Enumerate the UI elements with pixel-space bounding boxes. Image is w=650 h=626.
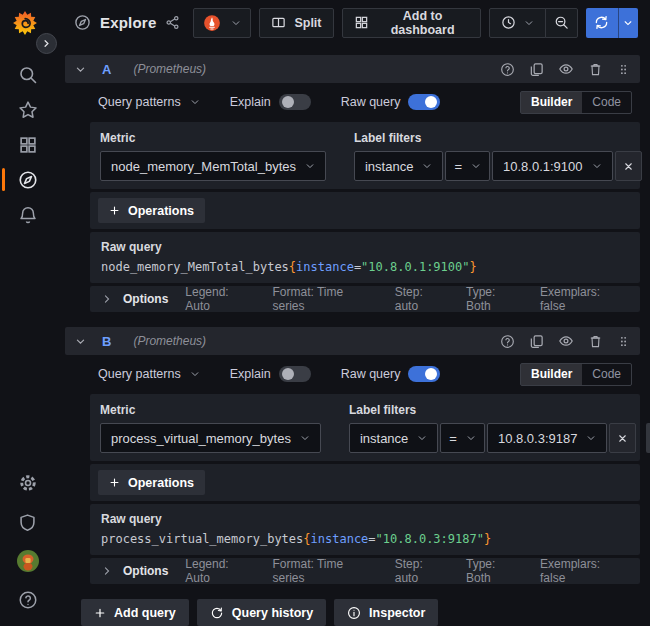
query-header[interactable]: B (Prometheus) (65, 327, 640, 355)
nav-sidebar (0, 45, 55, 626)
sidebar-bottom-group (17, 473, 39, 610)
chevron-down-icon (466, 433, 476, 443)
help-circle-icon[interactable] (500, 334, 515, 349)
inspector-button[interactable]: Inspector (334, 599, 438, 626)
query-datasource: (Prometheus) (133, 334, 206, 348)
datasource-picker[interactable] (193, 8, 251, 38)
duplicate-query-icon[interactable] (529, 334, 544, 349)
apps-grid-icon (354, 15, 369, 30)
run-query-button[interactable] (586, 8, 618, 38)
chevron-down-icon (75, 336, 86, 347)
sidebar-item-server-admin[interactable] (17, 512, 39, 532)
query-patterns-dropdown[interactable]: Query patterns (98, 95, 200, 109)
add-operation-button[interactable]: Operations (98, 198, 205, 223)
zoom-out-button[interactable] (545, 8, 578, 38)
sidebar-item-profile[interactable] (17, 551, 39, 571)
duplicate-query-icon[interactable] (529, 62, 544, 77)
share-icon[interactable] (165, 15, 180, 30)
sync-icon (594, 15, 609, 30)
filter-value-select[interactable]: 10.8.0.3:9187 (487, 423, 608, 453)
code-mode-option[interactable]: Code (582, 92, 631, 113)
top-toolbar: Explore Split (0, 0, 650, 45)
filter-key-select[interactable]: instance (354, 151, 443, 181)
add-to-dashboard-button[interactable]: Add to dashboard (342, 8, 481, 38)
explain-toggle[interactable] (279, 366, 311, 382)
filter-operator-select[interactable]: = (440, 423, 485, 453)
remove-filter-button[interactable] (615, 151, 642, 181)
metric-filters-card: Metric process_virtual_memory_bytes Labe… (90, 394, 640, 461)
sidebar-item-configuration[interactable] (17, 473, 39, 493)
time-picker-button[interactable] (489, 8, 546, 38)
options-row[interactable]: Options Legend: Auto Format: Time series… (90, 558, 640, 584)
search-icon (18, 65, 38, 85)
add-filter-button[interactable] (646, 423, 650, 453)
filter-operator-select[interactable]: = (445, 151, 490, 181)
chevron-down-icon (300, 433, 310, 443)
filter-key-value: instance (365, 159, 413, 174)
query-header[interactable]: A (Prometheus) (65, 55, 640, 83)
chevron-down-icon (586, 433, 596, 443)
drag-handle-icon[interactable] (617, 63, 630, 76)
raw-query-toggle-label: Raw query (341, 95, 401, 109)
disable-query-eye-icon[interactable] (558, 333, 574, 349)
sidebar-item-explore[interactable] (0, 162, 55, 197)
toolbar-actions: Split Add to dashboard (259, 8, 638, 38)
split-button[interactable]: Split (259, 8, 333, 38)
option-format: Format: Time series (273, 557, 378, 585)
sidebar-expand-button[interactable] (36, 33, 57, 54)
option-exemplars: Exemplars: false (540, 557, 628, 585)
metric-value: process_virtual_memory_bytes (111, 431, 291, 446)
sidebar-item-help[interactable] (17, 590, 39, 610)
chevron-down-icon (623, 18, 633, 28)
raw-brace-close: } (469, 260, 476, 274)
filter-key-select[interactable]: instance (349, 423, 438, 453)
add-operation-button[interactable]: Operations (98, 470, 205, 495)
disable-query-eye-icon[interactable] (558, 61, 574, 77)
add-query-button[interactable]: Add query (81, 599, 189, 626)
metric-value: node_memory_MemTotal_bytes (111, 159, 296, 174)
builder-mode-option[interactable]: Builder (521, 92, 582, 113)
sidebar-item-starred[interactable] (0, 92, 55, 127)
bell-icon (18, 205, 38, 225)
query-patterns-label: Query patterns (98, 95, 181, 109)
builder-mode-option[interactable]: Builder (521, 364, 582, 385)
filter-value-select[interactable]: 10.8.0.1:9100 (492, 151, 613, 181)
sidebar-item-alerting[interactable] (0, 197, 55, 232)
query-editor-toolbar: Query patterns Explain Raw query Builder… (98, 90, 632, 114)
raw-brace-open: { (303, 532, 310, 546)
delete-query-trash-icon[interactable] (588, 334, 603, 349)
delete-query-trash-icon[interactable] (588, 62, 603, 77)
metric-filters-card: Metric node_memory_MemTotal_bytes Label … (90, 122, 640, 189)
filter-operator-value: = (454, 159, 462, 174)
label-filter-row: instance = 10.8.0.3:9187 (349, 423, 650, 453)
raw-query-toggle[interactable] (408, 94, 440, 110)
raw-query-card: Raw query node_memory_MemTotal_bytes{ins… (90, 232, 640, 283)
metric-field: Metric process_virtual_memory_bytes (100, 403, 321, 453)
query-row-b: B (Prometheus) (65, 327, 640, 584)
sidebar-item-dashboards[interactable] (0, 127, 55, 162)
add-query-label: Add query (114, 606, 176, 620)
code-mode-option[interactable]: Code (582, 364, 631, 385)
sidebar-item-search[interactable] (0, 57, 55, 92)
zoom-out-icon (554, 15, 569, 30)
grafana-logo[interactable] (12, 10, 38, 36)
explain-toggle[interactable] (279, 94, 311, 110)
remove-filter-button[interactable] (609, 423, 636, 453)
query-history-button[interactable]: Query history (197, 599, 326, 626)
options-row[interactable]: Options Legend: Auto Format: Time series… (90, 286, 640, 312)
raw-query-toggle[interactable] (408, 366, 440, 382)
help-circle-icon[interactable] (500, 62, 515, 77)
query-editor: Query patterns Explain Raw query Builder… (90, 90, 640, 312)
run-query-interval-dropdown[interactable] (618, 8, 638, 38)
metric-select[interactable]: node_memory_MemTotal_bytes (100, 151, 326, 181)
option-legend: Legend: Auto (185, 557, 255, 585)
drag-handle-icon[interactable] (617, 335, 630, 348)
page-title: Explore (100, 14, 156, 31)
metric-select[interactable]: process_virtual_memory_bytes (100, 423, 321, 453)
query-editor-toolbar: Query patterns Explain Raw query Builder… (98, 362, 632, 386)
plus-icon (109, 477, 120, 488)
chevron-down-icon (190, 97, 200, 107)
label-filters-field: Label filters instance = 10.8.0.3:9187 (349, 403, 650, 453)
query-patterns-dropdown[interactable]: Query patterns (98, 367, 200, 381)
label-filter-row: instance = 10.8.0.1:9100 (354, 151, 650, 181)
